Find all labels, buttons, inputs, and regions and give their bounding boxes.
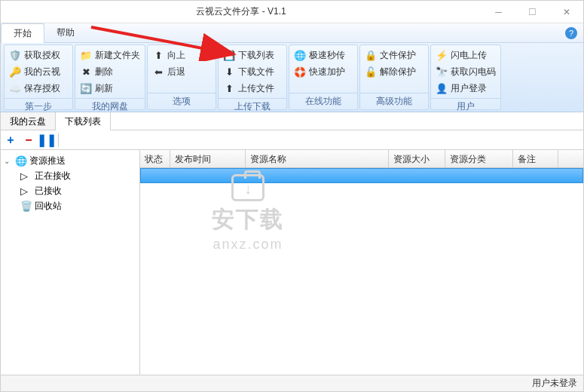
ribbon-item-label: 用户登录 xyxy=(451,82,487,95)
menu-tab-start[interactable]: 开始 xyxy=(1,23,44,44)
help-icon[interactable]: ? xyxy=(565,27,577,39)
ribbon-group-0: 🛡️获取授权🔑我的云视☁️保存授权第一步 xyxy=(4,44,73,110)
ribbon-item-icon: ⬅ xyxy=(152,66,164,78)
ribbon-item-label: 上传文件 xyxy=(238,82,274,95)
ribbon-item[interactable]: ⬇下载文件 xyxy=(223,64,282,79)
add-button[interactable]: + xyxy=(4,133,17,147)
ribbon-item-icon: 🔒 xyxy=(365,49,377,61)
ribbon-item[interactable]: 🔓解除保护 xyxy=(365,64,423,79)
ribbon-item-label: 快速加护 xyxy=(309,66,345,78)
tree-item-received[interactable]: ▷ 已接收 xyxy=(2,183,138,198)
ribbon-item[interactable]: 👤用户登录 xyxy=(436,81,496,96)
ribbon-item[interactable]: 💾下载列表 xyxy=(223,47,282,63)
window-controls: ─ ☐ ✕ xyxy=(482,1,583,23)
ribbon-item-icon: 🔄 xyxy=(80,82,92,94)
ribbon-group-label: 选项 xyxy=(148,93,216,109)
content-tabs: 我的云盘 下载列表 xyxy=(1,112,583,130)
ribbon-group-5: 🔒文件保护🔓解除保护高级功能 xyxy=(359,44,429,110)
ribbon-item[interactable]: 🔒文件保护 xyxy=(365,47,423,63)
tree-root[interactable]: ⌄ 🌐 资源推送 xyxy=(2,153,138,168)
ribbon-item-icon: 🛟 xyxy=(294,66,306,78)
content-tab-mycloud[interactable]: 我的云盘 xyxy=(1,112,56,130)
menubar: 开始 帮助 ? xyxy=(1,23,583,43)
close-button[interactable]: ✕ xyxy=(549,1,583,23)
grid-column-header[interactable]: 资源名称 xyxy=(246,150,389,167)
ribbon-item-label: 下载列表 xyxy=(238,49,274,62)
statusbar: 用户未登录 xyxy=(1,375,583,391)
ribbon-item-icon: 👤 xyxy=(436,82,448,94)
ribbon-item[interactable]: 🛟快速加护 xyxy=(294,64,353,79)
pause-button[interactable]: ❚❚ xyxy=(40,133,54,147)
ribbon-item[interactable]: ⚡闪电上传 xyxy=(436,47,496,63)
ribbon-group-2: ⬆向上⬅后退选项 xyxy=(147,44,216,110)
ribbon-item-label: 删除 xyxy=(95,66,113,78)
folder-icon: 🌐 xyxy=(15,155,27,167)
ribbon-item[interactable]: ⬆上传文件 xyxy=(223,81,282,96)
grid-column-header[interactable]: 备注 xyxy=(513,150,558,167)
ribbon-item[interactable]: 🌐极速秒传 xyxy=(294,47,353,63)
ribbon-group-4: 🌐极速秒传🛟快速加护在线功能 xyxy=(289,44,358,110)
ribbon-item-icon: ☁️ xyxy=(9,82,21,94)
ribbon-item[interactable]: 📁新建文件夹 xyxy=(80,47,140,63)
ribbon-item-label: 保存授权 xyxy=(24,82,60,95)
ribbon-item-icon: 🔭 xyxy=(436,66,448,78)
ribbon-item-icon: 📁 xyxy=(80,49,92,61)
maximize-button[interactable]: ☐ xyxy=(515,1,549,23)
ribbon-group-label: 在线功能 xyxy=(289,93,357,109)
trash-icon: 🗑️ xyxy=(20,201,32,212)
grid-column-header[interactable]: 资源分类 xyxy=(445,150,513,167)
play-icon: ▷ xyxy=(20,170,32,182)
ribbon-item-icon: ⬆ xyxy=(152,49,164,61)
ribbon-item-label: 新建文件夹 xyxy=(95,49,140,62)
collapse-icon[interactable]: ⌄ xyxy=(4,157,13,165)
ribbon-item-icon: 🔓 xyxy=(365,66,377,78)
ribbon-item-icon: ✖ xyxy=(80,66,92,78)
selected-row[interactable] xyxy=(140,168,583,183)
ribbon-item-label: 解除保护 xyxy=(380,66,416,78)
tree-item-label: 正在接收 xyxy=(35,170,71,182)
ribbon-item-label: 下载文件 xyxy=(238,66,274,78)
status-text: 用户未登录 xyxy=(532,377,577,390)
menu-tab-help[interactable]: 帮助 xyxy=(44,23,87,42)
ribbon-item[interactable]: 🛡️获取授权 xyxy=(9,47,68,63)
ribbon-item-label: 获取闪电码 xyxy=(451,66,496,78)
ribbon-item-icon: 🔑 xyxy=(9,66,21,78)
ribbon-item[interactable]: 🔭获取闪电码 xyxy=(436,64,496,79)
ribbon-item[interactable]: ⬆向上 xyxy=(152,47,211,63)
ribbon-item[interactable]: ✖删除 xyxy=(80,64,140,79)
grid-column-header[interactable]: 资源大小 xyxy=(389,150,445,167)
ribbon-item-icon: ⚡ xyxy=(436,49,448,61)
ribbon-item-label: 文件保护 xyxy=(380,49,416,62)
minimize-button[interactable]: ─ xyxy=(482,1,515,23)
ribbon-item-label: 刷新 xyxy=(95,82,113,95)
ribbon-group-6: ⚡闪电上传🔭获取闪电码👤用户登录用户 xyxy=(430,44,501,110)
ribbon-group-3: 💾下载列表⬇下载文件⬆上传文件上传下载 xyxy=(218,44,287,110)
ribbon-item-icon: 💾 xyxy=(223,49,235,61)
titlebar: 云视云文件分享 - V1.1 ─ ☐ ✕ xyxy=(1,1,583,23)
play-icon: ▷ xyxy=(20,185,32,197)
ribbon: 🛡️获取授权🔑我的云视☁️保存授权第一步📁新建文件夹✖删除🔄刷新我的网盘⬆向上⬅… xyxy=(1,43,583,112)
tree-item-label: 回收站 xyxy=(35,200,62,213)
main-content: ⌄ 🌐 资源推送 ▷ 正在接收 ▷ 已接收 🗑️ 回收站 状态发布时间资源名称资… xyxy=(1,150,583,375)
ribbon-item[interactable]: ⬅后退 xyxy=(152,64,211,79)
tree-item-label: 已接收 xyxy=(35,185,62,198)
ribbon-item[interactable]: 🔄刷新 xyxy=(80,81,140,96)
ribbon-item[interactable]: 🔑我的云视 xyxy=(9,64,68,79)
ribbon-item-icon: 🛡️ xyxy=(9,49,21,61)
grid-panel: 状态发布时间资源名称资源大小资源分类备注 xyxy=(140,150,583,375)
ribbon-item-label: 获取授权 xyxy=(24,49,60,62)
content-tab-downloads[interactable]: 下载列表 xyxy=(56,112,111,130)
grid-column-header[interactable]: 状态 xyxy=(140,150,170,167)
grid-header: 状态发布时间资源名称资源大小资源分类备注 xyxy=(140,150,583,168)
grid-body[interactable] xyxy=(140,168,583,375)
tree-panel: ⌄ 🌐 资源推送 ▷ 正在接收 ▷ 已接收 🗑️ 回收站 xyxy=(1,150,140,375)
ribbon-item-label: 向上 xyxy=(167,49,185,62)
ribbon-item-icon: ⬆ xyxy=(223,82,235,94)
ribbon-group-1: 📁新建文件夹✖删除🔄刷新我的网盘 xyxy=(75,44,145,110)
tree-root-label: 资源推送 xyxy=(29,155,66,167)
remove-button[interactable]: − xyxy=(22,133,35,147)
tree-item-receiving[interactable]: ▷ 正在接收 xyxy=(2,168,138,183)
ribbon-item[interactable]: ☁️保存授权 xyxy=(9,81,68,96)
tree-item-recycle[interactable]: 🗑️ 回收站 xyxy=(2,198,138,213)
grid-column-header[interactable]: 发布时间 xyxy=(170,150,246,167)
